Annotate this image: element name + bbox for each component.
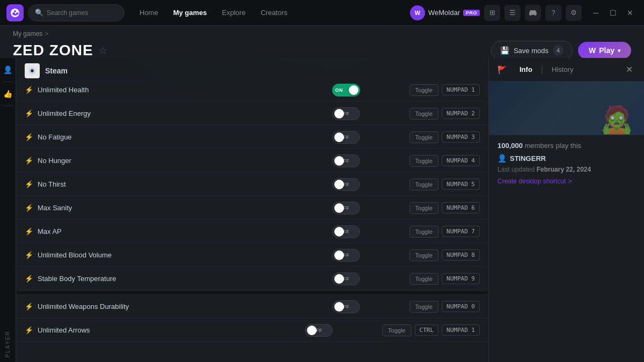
lightning-icon-no-fatigue: ⚡	[25, 133, 33, 141]
lightning-icon-max-sanity: ⚡	[25, 204, 33, 212]
close-btn[interactable]: ✕	[623, 5, 638, 20]
info-updated: Last updated February 22, 2024	[497, 166, 635, 173]
save-mods-label: Save mods	[514, 47, 548, 55]
mod-row-unlimited-health: ⚡Unlimited HealthONToggleNUMPAD 1	[16, 78, 488, 102]
toggle-switch-no-fatigue[interactable]: OFF	[332, 131, 360, 144]
toggle-label-unlimited-health: ON	[332, 87, 347, 93]
toggle-switch-max-ap[interactable]: OFF	[332, 225, 360, 238]
info-panel-close[interactable]: ✕	[623, 63, 635, 76]
desktop-shortcut-link[interactable]: Create desktop shortcut >	[497, 178, 635, 185]
save-mods-button[interactable]: 💾 Save mods 4	[491, 41, 573, 60]
toggle-switch-max-sanity[interactable]: OFF	[332, 202, 360, 215]
toggle-switch-unlimited-arrows[interactable]: OFF	[305, 324, 333, 337]
list-icon-btn[interactable]: ☰	[504, 5, 521, 21]
toggle-switch-no-thirst[interactable]: OFF	[332, 178, 360, 191]
toggle-knob-max-ap	[334, 227, 344, 237]
mod-actions-unlimited-energy: OFFToggleNUMPAD 2	[332, 107, 480, 120]
window-controls: ─ ☐ ✕	[588, 5, 638, 20]
key-badge-1-unlimited-weapons-durability: NUMPAD 0	[442, 301, 480, 312]
toggle-knob-unlimited-health	[349, 85, 358, 95]
settings-icon-btn[interactable]: ⚙	[566, 5, 582, 21]
section-divider-9	[16, 291, 488, 295]
toggle-button-no-fatigue[interactable]: Toggle	[409, 131, 438, 143]
key-badge-2-unlimited-arrows: NUMPAD 1	[442, 324, 480, 336]
lightning-icon-unlimited-health: ⚡	[25, 86, 33, 94]
page-header: My games > ZED ZONE ☆ 💾 Save mods 4 W Pl…	[0, 26, 644, 58]
toggle-button-unlimited-blood-volume[interactable]: Toggle	[409, 249, 438, 261]
nav-explore[interactable]: Explore	[216, 5, 252, 20]
sidebar-divider-1	[3, 82, 13, 82]
nav-home[interactable]: Home	[133, 5, 165, 20]
discord-icon-btn[interactable]	[525, 5, 541, 21]
sidebar-player-icon[interactable]: 👤	[1, 62, 16, 77]
toggle-switch-unlimited-weapons-durability[interactable]: OFF	[332, 300, 360, 313]
key-badge-1-unlimited-arrows: CTRL	[415, 324, 439, 336]
toggle-switch-no-hunger[interactable]: OFF	[332, 154, 360, 167]
mod-name-unlimited-blood-volume: Unlimited Blood Volume	[38, 251, 328, 259]
mod-row-no-fatigue: ⚡No FatigueOFFToggleNUMPAD 3	[16, 125, 488, 149]
mod-row-unlimited-weapons-durability: ⚡Unlimited Weapons DurabilityOFFToggleNU…	[16, 295, 488, 319]
nav-my-games[interactable]: My games	[167, 5, 214, 20]
toggle-button-unlimited-weapons-durability[interactable]: Toggle	[409, 301, 438, 313]
mod-actions-no-fatigue: OFFToggleNUMPAD 3	[332, 131, 480, 144]
toggle-knob-no-thirst	[334, 180, 344, 189]
toggle-button-no-thirst[interactable]: Toggle	[409, 179, 438, 190]
mod-actions-no-thirst: OFFToggleNUMPAD 5	[332, 178, 480, 191]
toggle-switch-unlimited-health[interactable]: ON	[332, 84, 360, 97]
toggle-switch-stable-body-temperature[interactable]: OFF	[332, 272, 360, 285]
user-badge: W WeMoldar PRO	[410, 5, 480, 20]
maximize-btn[interactable]: ☐	[605, 5, 620, 20]
toggle-knob-max-sanity	[334, 203, 344, 213]
toggle-knob-no-fatigue	[334, 132, 344, 142]
app-logo[interactable]	[6, 4, 24, 21]
lightning-icon-unlimited-energy: ⚡	[25, 109, 33, 117]
toggle-button-stable-body-temperature[interactable]: Toggle	[409, 273, 438, 285]
toggle-knob-no-hunger	[334, 156, 344, 166]
tab-info[interactable]: Info	[513, 62, 539, 77]
author-name: STINGERR	[510, 154, 546, 162]
mod-actions-unlimited-weapons-durability: OFFToggleNUMPAD 0	[332, 300, 480, 313]
info-content: 100,000 members play this 👤 STINGERR Las…	[489, 135, 644, 362]
toggle-button-no-hunger[interactable]: Toggle	[409, 155, 438, 167]
lightning-icon-unlimited-weapons-durability: ⚡	[25, 302, 33, 311]
search-input[interactable]	[47, 9, 116, 17]
tab-history[interactable]: History	[545, 62, 580, 77]
mod-row-max-sanity: ⚡Max SanityOFFToggleNUMPAD 6	[16, 196, 488, 220]
toggle-button-max-ap[interactable]: Toggle	[409, 226, 438, 238]
toggle-knob-unlimited-weapons-durability	[334, 302, 344, 312]
svg-point-1	[31, 69, 33, 72]
updated-date: February 22, 2024	[537, 166, 591, 173]
breadcrumb-my-games[interactable]: My games	[13, 30, 42, 38]
minimize-btn[interactable]: ─	[588, 5, 603, 20]
key-badge-1-no-hunger: NUMPAD 4	[442, 155, 480, 166]
toggle-switch-unlimited-blood-volume[interactable]: OFF	[332, 249, 360, 262]
toggle-switch-unlimited-energy[interactable]: OFF	[332, 107, 360, 120]
play-button[interactable]: W Play ▾	[578, 42, 631, 59]
mod-name-max-ap: Max AP	[38, 227, 328, 235]
mod-name-no-fatigue: No Fatigue	[38, 133, 328, 141]
breadcrumb-separator: >	[45, 30, 48, 38]
info-author: 👤 STINGERR	[497, 154, 635, 162]
nav-creators[interactable]: Creators	[254, 5, 294, 20]
key-badge-1-unlimited-blood-volume: NUMPAD 8	[442, 249, 480, 261]
grid-icon-btn[interactable]: ⊞	[484, 5, 500, 21]
mod-row-no-hunger: ⚡No HungerOFFToggleNUMPAD 4	[16, 149, 488, 173]
sidebar-thumbsup-icon[interactable]: 👍	[1, 86, 16, 101]
search-bar[interactable]: 🔍	[28, 4, 125, 21]
toggle-button-unlimited-arrows[interactable]: Toggle	[382, 324, 411, 336]
pro-badge: PRO	[463, 10, 480, 16]
header-actions: 💾 Save mods 4 W Play ▾	[491, 41, 631, 60]
toggle-knob-unlimited-energy	[334, 109, 344, 119]
mods-container: ⚡Unlimited HealthONToggleNUMPAD 1⚡Unlimi…	[16, 78, 488, 362]
shortcut-arrow-icon: >	[568, 178, 572, 185]
info-hero-char: 🧟	[600, 104, 633, 135]
favorite-star-icon[interactable]: ☆	[99, 45, 107, 56]
toggle-button-unlimited-energy[interactable]: Toggle	[409, 108, 438, 120]
lightning-icon-no-hunger: ⚡	[25, 157, 33, 165]
breadcrumb: My games >	[13, 30, 631, 38]
toggle-button-max-sanity[interactable]: Toggle	[409, 202, 438, 214]
help-icon-btn[interactable]: ?	[545, 5, 561, 21]
page-title: ZED ZONE	[13, 42, 93, 59]
toggle-button-unlimited-health[interactable]: Toggle	[409, 84, 438, 96]
toggle-knob-unlimited-arrows	[307, 326, 317, 335]
